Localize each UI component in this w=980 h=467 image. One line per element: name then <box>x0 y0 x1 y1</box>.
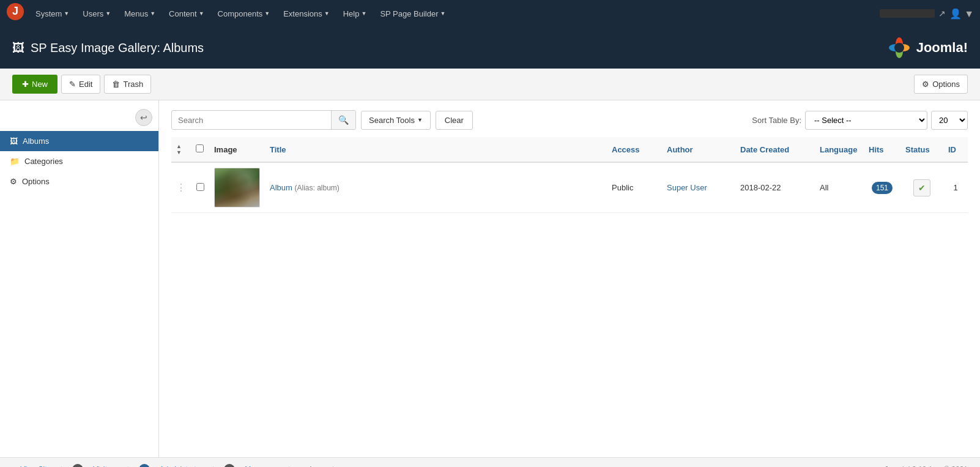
chevron-down-icon: ▼ <box>150 10 155 17</box>
trash-button[interactable]: 🗑 Trash <box>104 75 151 94</box>
navbar-item-content[interactable]: Content ▼ <box>163 6 210 22</box>
col-header-language[interactable]: Language <box>815 137 864 162</box>
search-input[interactable] <box>172 111 331 129</box>
page-title-icon: 🖼 <box>12 41 24 55</box>
gear-icon: ⚙ <box>922 80 929 89</box>
col-header-status[interactable]: Status <box>900 137 943 162</box>
search-input-wrap: 🔍 <box>171 110 356 130</box>
row-access-cell: Public <box>607 162 662 213</box>
chevron-down-icon: ▼ <box>264 10 270 17</box>
options-icon: ⚙ <box>10 177 17 186</box>
clear-button[interactable]: Clear <box>436 111 473 130</box>
navbar-content-label: Content <box>169 9 197 18</box>
table-header-row: ▲▼ Image Title Access Author <box>171 137 968 162</box>
toolbar-left: ✚ New ✎ Edit 🗑 Trash <box>12 75 151 94</box>
row-id-value: 1 <box>953 183 957 192</box>
search-tools-button[interactable]: Search Tools ▼ <box>361 111 431 130</box>
chevron-down-icon: ▼ <box>440 10 446 17</box>
navbar-item-system[interactable]: System ▼ <box>29 6 75 22</box>
navbar-item-sp-page-builder[interactable]: SP Page Builder ▼ <box>374 6 451 22</box>
search-tools-label: Search Tools <box>369 116 415 125</box>
clear-label: Clear <box>445 116 464 125</box>
header-bar: 🖼 SP Easy Image Gallery: Albums Joomla! <box>0 27 980 69</box>
row-language-cell: All <box>815 162 864 213</box>
sidebar-item-albums[interactable]: 🖼 Albums <box>0 131 158 151</box>
navbar-item-menus[interactable]: Menus ▼ <box>118 6 161 22</box>
top-navbar: J System ▼ Users ▼ Menus ▼ Content ▼ Com… <box>0 0 980 27</box>
table-row: ⋮ Album (Alias: albu <box>171 162 968 213</box>
toolbar-right: ⚙ Options <box>914 75 968 94</box>
row-id-cell: 1 <box>943 162 968 213</box>
row-drag-handle[interactable]: ⋮ <box>171 162 191 213</box>
footer: ↗ View Site | 0 Visitors | 1 Administrat… <box>0 457 980 467</box>
edit-button[interactable]: ✎ Edit <box>61 75 100 94</box>
hits-badge: 151 <box>872 182 893 194</box>
per-page-select[interactable]: 5 10 15 20 25 50 100 <box>931 111 968 130</box>
navbar-menus-label: Menus <box>124 9 148 18</box>
status-toggle-button[interactable]: ✔ <box>913 179 930 196</box>
navbar-extensions-label: Extensions <box>283 9 322 18</box>
col-header-author[interactable]: Author <box>662 137 735 162</box>
main-content: ↩ 🖼 Albums 📁 Categories ⚙ Options 🔍 Sea <box>0 100 980 457</box>
chevron-down-icon: ▼ <box>105 10 111 17</box>
col-header-access[interactable]: Access <box>607 137 662 162</box>
edit-label: Edit <box>79 80 92 89</box>
col-header-image: Image <box>209 137 265 162</box>
col-header-hits[interactable]: Hits <box>864 137 900 162</box>
album-thumbnail <box>214 168 260 207</box>
row-hits-cell: 151 <box>864 162 900 213</box>
sort-select[interactable]: -- Select -- Title Date Created Author H… <box>805 111 927 130</box>
administrator-badge: 1 <box>139 464 150 467</box>
external-link-icon[interactable]: ↗ <box>938 9 946 18</box>
sidebar-item-categories[interactable]: 📁 Categories <box>0 151 158 171</box>
sidebar-collapse-button[interactable]: ↩ <box>135 109 152 126</box>
col-header-id[interactable]: ID <box>943 137 968 162</box>
navbar-item-help[interactable]: Help ▼ <box>337 6 373 22</box>
sidebar-item-albums-label: Albums <box>23 136 49 146</box>
content-area: 🔍 Search Tools ▼ Clear Sort Table By: --… <box>159 100 980 457</box>
plus-icon: ✚ <box>22 80 29 89</box>
page-title-area: 🖼 SP Easy Image Gallery: Albums <box>12 41 204 55</box>
sidebar-back-area: ↩ <box>0 106 158 131</box>
row-date-cell: 2018-02-22 <box>735 162 815 213</box>
sidebar-item-options-label: Options <box>22 177 50 186</box>
navbar-items: System ▼ Users ▼ Menus ▼ Content ▼ Compo… <box>29 6 880 22</box>
data-table: ▲▼ Image Title Access Author <box>171 137 968 213</box>
row-checkbox[interactable] <box>196 183 204 191</box>
col-header-title[interactable]: Title <box>265 137 607 162</box>
options-label: Options <box>932 80 960 89</box>
navbar-right: ↗ 👤 ▼ <box>880 8 974 20</box>
chevron-down-icon: ▼ <box>199 10 204 17</box>
sort-wrap: Sort Table By: -- Select -- Title Date C… <box>752 111 968 130</box>
row-access-value: Public <box>612 183 633 192</box>
drag-sort-icon[interactable]: ▲▼ <box>176 143 186 155</box>
joomla-logo-icon <box>886 34 913 61</box>
col-header-checkbox <box>191 137 209 162</box>
author-link[interactable]: Super User <box>667 183 707 192</box>
page-title: SP Easy Image Gallery: Albums <box>31 41 204 55</box>
joomla-brand-icon[interactable]: J <box>6 2 24 24</box>
user-icon[interactable]: 👤 ▼ <box>949 8 974 20</box>
albums-icon: 🖼 <box>10 136 18 146</box>
navbar-bar <box>880 9 935 18</box>
navbar-item-extensions[interactable]: Extensions ▼ <box>277 6 336 22</box>
select-all-checkbox[interactable] <box>196 144 204 152</box>
search-submit-button[interactable]: 🔍 <box>331 111 355 129</box>
sidebar-item-options[interactable]: ⚙ Options <box>0 171 158 192</box>
chevron-down-icon: ▼ <box>64 10 69 17</box>
svg-text:J: J <box>12 5 18 17</box>
album-title-text: Album <box>270 183 292 192</box>
album-title-link[interactable]: Album (Alias: album) <box>270 183 340 192</box>
sort-label: Sort Table By: <box>752 116 801 125</box>
visitors-badge: 0 <box>72 464 83 467</box>
navbar-system-label: System <box>35 9 62 18</box>
options-button[interactable]: ⚙ Options <box>914 75 968 94</box>
trash-icon: 🗑 <box>112 80 120 89</box>
navbar-item-users[interactable]: Users ▼ <box>76 6 117 22</box>
new-button[interactable]: ✚ New <box>12 75 58 94</box>
categories-icon: 📁 <box>10 157 20 166</box>
col-header-date[interactable]: Date Created <box>735 137 815 162</box>
navbar-item-components[interactable]: Components ▼ <box>212 6 277 22</box>
search-icon: 🔍 <box>338 115 349 125</box>
search-tools-chevron-icon: ▼ <box>417 117 423 123</box>
